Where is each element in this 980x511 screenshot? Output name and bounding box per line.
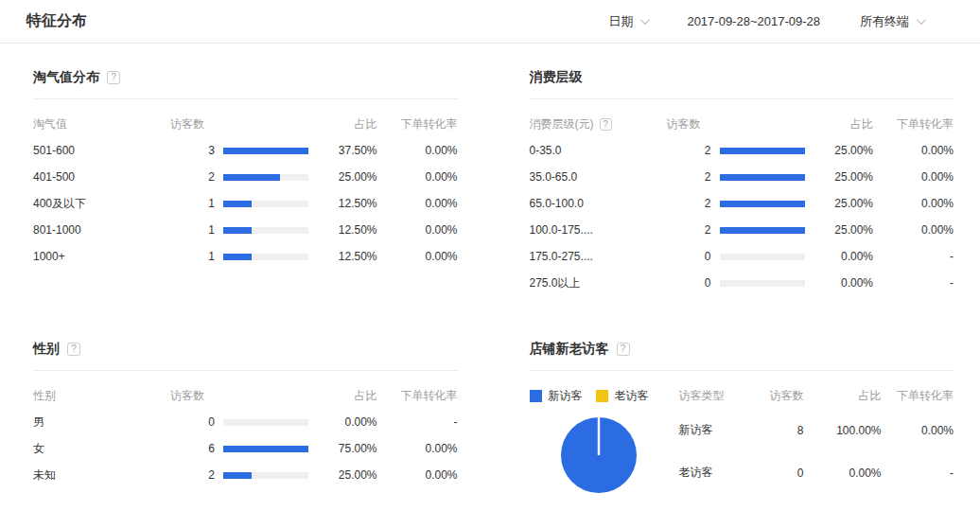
- col-conversion: 下单转化率: [377, 388, 458, 404]
- row-conversion: -: [873, 250, 954, 263]
- divider: [33, 98, 458, 99]
- terminal-dropdown[interactable]: 所有终端: [860, 13, 923, 30]
- bar-track: [223, 254, 308, 260]
- visitor-bar: [720, 227, 811, 234]
- new-visitor-swatch-icon: [530, 390, 542, 402]
- panel-title: 店铺新老访客: [530, 341, 609, 358]
- bar-track: [720, 148, 805, 154]
- col-share: 占比: [804, 388, 882, 404]
- row-share: 12.50%: [314, 223, 377, 237]
- row-visitors: 1: [170, 223, 223, 237]
- visitor-bar: [223, 227, 314, 234]
- row-label: 65.0-100.0: [530, 197, 667, 210]
- row-conversion: 0.00%: [873, 144, 954, 157]
- row-label: 未知: [33, 467, 170, 484]
- visitor-type-table: 访客类型 访客数 占比 下单转化率 新访客 8 100.00% 0.00% 老访…: [679, 371, 954, 498]
- row-conversion: -: [377, 415, 458, 429]
- row-share: 37.50%: [314, 144, 377, 157]
- table-row: 女 6 75.00% 0.00%: [33, 435, 458, 462]
- bar-track: [720, 201, 805, 207]
- date-mode-dropdown[interactable]: 日期: [608, 13, 647, 30]
- row-visitors: 2: [667, 144, 720, 157]
- row-conversion: 0.00%: [882, 424, 954, 437]
- row-share: 25.00%: [811, 170, 874, 184]
- dashboard-grid: 淘气值分布 ? 淘气值 访客数 占比 下单转化率 501-600 3 37.50…: [0, 44, 980, 498]
- row-conversion: 0.00%: [377, 442, 458, 455]
- bar-track: [720, 227, 805, 234]
- row-share: 100.00%: [804, 424, 882, 437]
- date-mode-label: 日期: [608, 13, 633, 30]
- row-share: 12.50%: [314, 197, 377, 210]
- col-visitors: 访客数: [667, 116, 811, 132]
- col-label: 淘气值: [33, 116, 170, 132]
- table-row: 未知 2 25.00% 0.00%: [33, 462, 458, 488]
- visitor-bar: [223, 174, 314, 181]
- row-share: 25.00%: [811, 144, 874, 157]
- visitor-bar: [720, 280, 811, 287]
- help-icon[interactable]: ?: [617, 343, 630, 356]
- chevron-down-icon: [640, 15, 650, 25]
- table-row: 老访客 0 0.00% -: [679, 451, 954, 494]
- row-label: 100.0-175....: [530, 223, 667, 237]
- header-controls: 日期 2017-09-28~2017-09-28 所有终端: [608, 13, 923, 30]
- row-label: 1000+: [33, 250, 170, 263]
- table-row: 0-35.0 2 25.00% 0.00%: [530, 137, 954, 164]
- row-label: 男: [33, 414, 170, 431]
- pie-legend: 新访客 老访客: [530, 382, 679, 409]
- row-visitors: 0: [755, 467, 804, 480]
- row-share: 0.00%: [811, 276, 874, 290]
- page-header: 特征分布 日期 2017-09-28~2017-09-28 所有终端: [0, 0, 980, 44]
- table-row: 100.0-175.... 2 25.00% 0.00%: [530, 217, 954, 243]
- row-conversion: 0.00%: [873, 197, 954, 210]
- bar-fill: [720, 201, 805, 207]
- terminal-label: 所有终端: [860, 13, 909, 30]
- table-row: 400及以下 1 12.50% 0.00%: [33, 190, 458, 217]
- table-row: 275.0以上 0 0.00% -: [530, 270, 954, 296]
- visitor-bar: [223, 201, 314, 207]
- visitor-bar: [223, 419, 314, 426]
- row-label: 老访客: [679, 465, 755, 481]
- bar-fill: [223, 254, 252, 260]
- visitor-type-pie-chart[interactable]: [560, 416, 638, 494]
- panel-taoqi-distribution: 淘气值分布 ? 淘气值 访客数 占比 下单转化率 501-600 3 37.50…: [33, 68, 458, 296]
- panel-consumption-level: 消费层级 消费层级(元) ? 访客数 占比 下单转化率 0-35.0 2 25.…: [530, 68, 954, 296]
- bar-fill: [720, 227, 805, 234]
- row-share: 25.00%: [314, 170, 377, 184]
- panel-visitor-type: 店铺新老访客 ? 新访客 老访客: [530, 340, 954, 498]
- visitor-bar: [720, 174, 811, 181]
- row-visitors: 2: [170, 170, 223, 184]
- row-visitors: 1: [170, 197, 223, 210]
- row-label: 175.0-275....: [530, 250, 667, 263]
- table-row: 35.0-65.0 2 25.00% 0.00%: [530, 164, 954, 190]
- panel-title-row: 性别 ?: [33, 340, 458, 359]
- bar-fill: [223, 446, 308, 452]
- visitor-type-content: 新访客 老访客 访客类型 访客数 占比 下单转化率: [530, 371, 954, 498]
- date-range-picker[interactable]: 2017-09-28~2017-09-28: [687, 14, 820, 28]
- help-icon[interactable]: ?: [600, 118, 612, 131]
- col-label: 性别: [33, 388, 170, 404]
- visitor-bar: [223, 148, 314, 154]
- divider: [530, 98, 954, 99]
- row-label: 新访客: [679, 422, 755, 438]
- row-conversion: -: [873, 276, 954, 290]
- col-share: 占比: [811, 116, 874, 132]
- bar-track: [223, 148, 308, 154]
- visitor-bar: [223, 254, 314, 260]
- legend-item-new-visitor[interactable]: 新访客: [530, 388, 583, 404]
- page-title: 特征分布: [26, 11, 87, 31]
- visitor-bar: [223, 446, 314, 452]
- table-row: 501-600 3 37.50% 0.00%: [33, 137, 458, 164]
- panel-title-row: 消费层级: [530, 68, 954, 87]
- table-header: 淘气值 访客数 占比 下单转化率: [33, 111, 458, 137]
- bar-fill: [223, 227, 252, 234]
- col-visitors: 访客数: [755, 388, 804, 404]
- row-label: 501-600: [33, 144, 170, 157]
- help-icon[interactable]: ?: [107, 71, 120, 84]
- legend-item-old-visitor[interactable]: 老访客: [596, 388, 649, 404]
- bar-track: [223, 446, 308, 452]
- bar-fill: [720, 174, 805, 181]
- row-label: 35.0-65.0: [530, 170, 667, 184]
- table-header: 访客类型 访客数 占比 下单转化率: [679, 382, 954, 409]
- visitor-bar: [720, 254, 811, 260]
- help-icon[interactable]: ?: [67, 343, 80, 356]
